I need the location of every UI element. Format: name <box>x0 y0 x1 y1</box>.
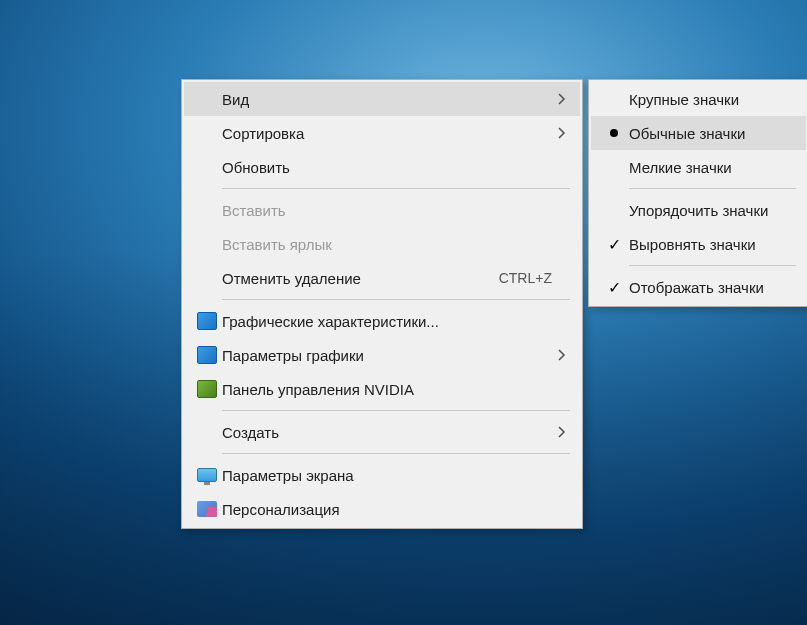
menu-separator <box>222 188 570 189</box>
menu-item-paste-shortcut: Вставить ярлык <box>184 227 580 261</box>
submenu-item-arrange-icons[interactable]: Упорядочить значки <box>591 193 806 227</box>
empty-icon-slot <box>194 199 220 221</box>
empty-icon-slot <box>194 233 220 255</box>
view-submenu: Крупные значки Обычные значки Мелкие зна… <box>588 79 807 307</box>
menu-label: Крупные значки <box>627 91 798 108</box>
menu-separator <box>629 188 796 189</box>
menu-separator <box>629 265 796 266</box>
menu-item-graphics-props[interactable]: Графические характеристики... <box>184 304 580 338</box>
menu-item-nvidia-panel[interactable]: Панель управления NVIDIA <box>184 372 580 406</box>
submenu-item-small-icons[interactable]: Мелкие значки <box>591 150 806 184</box>
menu-label: Вставить <box>220 202 572 219</box>
empty-icon-slot <box>194 122 220 144</box>
menu-label: Обычные значки <box>627 125 798 142</box>
check-icon: ✓ <box>601 233 627 255</box>
menu-label: Панель управления NVIDIA <box>220 381 572 398</box>
menu-label: Выровнять значки <box>627 236 798 253</box>
menu-label: Создать <box>220 424 552 441</box>
submenu-item-align-icons[interactable]: ✓ Выровнять значки <box>591 227 806 261</box>
chevron-right-icon <box>552 349 572 361</box>
empty-icon-slot <box>601 156 627 178</box>
menu-label: Отменить удаление <box>220 270 499 287</box>
keyboard-shortcut: CTRL+Z <box>499 270 572 286</box>
personalize-icon <box>194 498 220 520</box>
chevron-right-icon <box>552 93 572 105</box>
submenu-item-large-icons[interactable]: Крупные значки <box>591 82 806 116</box>
menu-separator <box>222 453 570 454</box>
intel-graphics-icon <box>194 344 220 366</box>
menu-item-graphics-params[interactable]: Параметры графики <box>184 338 580 372</box>
empty-icon-slot <box>601 199 627 221</box>
check-icon: ✓ <box>601 276 627 298</box>
menu-label: Параметры графики <box>220 347 552 364</box>
menu-label: Упорядочить значки <box>627 202 798 219</box>
menu-label: Персонализация <box>220 501 572 518</box>
menu-label: Параметры экрана <box>220 467 572 484</box>
menu-label: Сортировка <box>220 125 552 142</box>
menu-item-new[interactable]: Создать <box>184 415 580 449</box>
empty-icon-slot <box>194 267 220 289</box>
desktop-context-menu: Вид Сортировка Обновить Вставить Вставит… <box>181 79 583 529</box>
submenu-item-medium-icons[interactable]: Обычные значки <box>591 116 806 150</box>
empty-icon-slot <box>194 156 220 178</box>
menu-item-display-settings[interactable]: Параметры экрана <box>184 458 580 492</box>
menu-label: Вид <box>220 91 552 108</box>
menu-item-refresh[interactable]: Обновить <box>184 150 580 184</box>
empty-icon-slot <box>601 88 627 110</box>
menu-item-undo-delete[interactable]: Отменить удаление CTRL+Z <box>184 261 580 295</box>
radio-selected-icon <box>601 122 627 144</box>
menu-separator <box>222 410 570 411</box>
nvidia-icon <box>194 378 220 400</box>
monitor-icon <box>194 464 220 486</box>
empty-icon-slot <box>194 88 220 110</box>
menu-item-paste: Вставить <box>184 193 580 227</box>
menu-item-personalize[interactable]: Персонализация <box>184 492 580 526</box>
intel-graphics-icon <box>194 310 220 332</box>
menu-item-view[interactable]: Вид <box>184 82 580 116</box>
chevron-right-icon <box>552 127 572 139</box>
menu-label: Графические характеристики... <box>220 313 572 330</box>
menu-separator <box>222 299 570 300</box>
menu-item-sort[interactable]: Сортировка <box>184 116 580 150</box>
chevron-right-icon <box>552 426 572 438</box>
menu-label: Мелкие значки <box>627 159 798 176</box>
menu-label: Отображать значки <box>627 279 798 296</box>
menu-label: Вставить ярлык <box>220 236 572 253</box>
menu-label: Обновить <box>220 159 572 176</box>
empty-icon-slot <box>194 421 220 443</box>
submenu-item-show-icons[interactable]: ✓ Отображать значки <box>591 270 806 304</box>
